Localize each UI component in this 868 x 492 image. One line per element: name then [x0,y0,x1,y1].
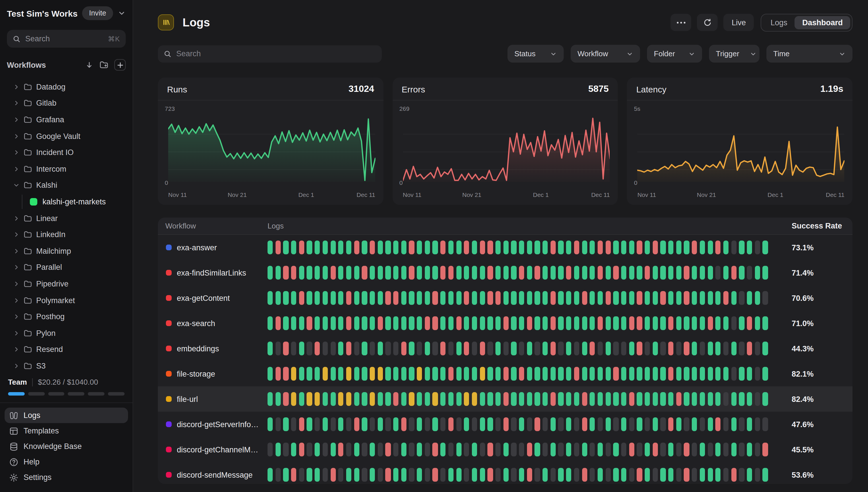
run-bar[interactable] [747,392,752,406]
chevron-right-icon[interactable] [13,133,20,139]
run-bar[interactable] [268,291,273,305]
run-bar[interactable] [700,316,705,330]
run-bar[interactable] [291,367,297,380]
run-bar[interactable] [354,342,359,355]
run-bar[interactable] [684,241,690,254]
sidebar-folder-item[interactable]: Kalshi [7,177,126,194]
run-bar[interactable] [299,241,304,254]
run-bar[interactable] [543,266,548,279]
run-bar[interactable] [315,241,320,254]
run-bar[interactable] [645,241,650,254]
run-bar[interactable] [488,241,493,254]
run-bar[interactable] [307,417,312,431]
run-bar[interactable] [346,316,352,330]
run-bar[interactable] [425,392,430,406]
run-bar[interactable] [535,367,540,380]
run-bar[interactable] [708,392,713,406]
run-bar[interactable] [708,291,713,305]
run-bar[interactable] [323,266,328,279]
run-bar[interactable] [432,468,438,482]
run-bar[interactable] [456,367,462,380]
run-bar[interactable] [362,316,367,330]
run-bar[interactable] [676,342,682,355]
run-bar[interactable] [440,367,446,380]
run-bar[interactable] [323,392,328,406]
run-bar[interactable] [330,342,336,355]
run-bar[interactable] [598,316,603,330]
nav-item-knowledge-base[interactable]: Knowledge Base [5,439,128,454]
run-bar[interactable] [676,468,682,482]
run-bar[interactable] [684,443,690,457]
run-bar[interactable] [417,367,422,380]
run-bar[interactable] [448,342,454,355]
run-bar[interactable] [558,367,564,380]
run-bar[interactable] [754,417,760,431]
run-bar[interactable] [535,417,540,431]
run-bar[interactable] [637,266,642,279]
run-bar[interactable] [668,291,674,305]
run-bar[interactable] [511,392,517,406]
nav-item-help[interactable]: Help [5,454,128,470]
run-bar[interactable] [401,241,406,254]
run-bar[interactable] [582,392,587,406]
run-bar[interactable] [676,417,682,431]
run-bar[interactable] [590,367,595,380]
run-bar[interactable] [268,266,273,279]
run-bar[interactable] [275,316,281,330]
run-bar[interactable] [715,443,721,457]
run-bar[interactable] [747,367,752,380]
run-bar[interactable] [692,468,697,482]
run-bar[interactable] [739,468,745,482]
run-bar[interactable] [299,316,304,330]
run-bar[interactable] [763,342,768,355]
run-bar[interactable] [425,367,430,380]
run-bar[interactable] [275,342,281,355]
run-bar[interactable] [543,443,548,457]
run-bar[interactable] [291,417,297,431]
run-bar[interactable] [692,392,697,406]
run-bar[interactable] [590,241,595,254]
invite-button[interactable]: Invite [82,6,113,20]
run-bar[interactable] [637,367,642,380]
run-bar[interactable] [700,417,705,431]
run-bar[interactable] [346,367,352,380]
run-bar[interactable] [307,266,312,279]
nav-item-logs[interactable]: Logs [5,408,128,423]
run-bar[interactable] [543,342,548,355]
run-bar[interactable] [645,342,650,355]
run-bar[interactable] [330,291,336,305]
run-bar[interactable] [543,417,548,431]
run-bar[interactable] [763,241,768,254]
run-bar[interactable] [386,342,391,355]
chevron-right-icon[interactable] [13,182,20,189]
chevron-right-icon[interactable] [13,297,20,303]
run-bar[interactable] [330,241,336,254]
run-bar[interactable] [661,392,666,406]
run-bar[interactable] [558,266,564,279]
run-bar[interactable] [480,367,485,380]
run-bar[interactable] [488,266,493,279]
run-bar[interactable] [582,417,587,431]
run-bar[interactable] [386,241,391,254]
run-bar[interactable] [464,291,469,305]
run-bar[interactable] [700,342,705,355]
run-bar[interactable] [503,392,509,406]
table-row[interactable]: exa-findSimilarLinks 71.4% [158,260,852,285]
run-bar[interactable] [692,342,697,355]
run-bar[interactable] [645,468,650,482]
run-bar[interactable] [425,443,430,457]
run-bar[interactable] [488,468,493,482]
run-bar[interactable] [393,316,399,330]
run-bar[interactable] [558,417,564,431]
run-bar[interactable] [323,443,328,457]
run-bar[interactable] [464,468,469,482]
run-bar[interactable] [511,316,517,330]
run-bar[interactable] [370,417,375,431]
run-bar[interactable] [661,468,666,482]
run-bar[interactable] [535,468,540,482]
run-bar[interactable] [684,392,690,406]
workspace-name[interactable]: Test Sim's Works... [7,8,77,18]
run-bar[interactable] [432,443,438,457]
run-bar[interactable] [637,392,642,406]
chevron-right-icon[interactable] [13,84,20,90]
